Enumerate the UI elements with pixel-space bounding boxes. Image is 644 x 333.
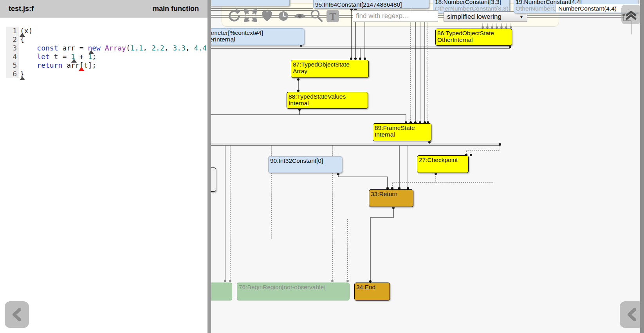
graph-node-76[interactable]: 76:BeginRegion[not-observable] <box>237 283 350 301</box>
node-label: 34:End <box>356 284 375 290</box>
node-label: 86:TypedObjectState <box>437 30 494 36</box>
code-line-5[interactable]: 5 return arr[t]; <box>6 61 207 70</box>
code-line-2[interactable]: 2{ <box>6 35 207 44</box>
hide-unselected-icon[interactable] <box>292 7 308 24</box>
position-marker <box>20 33 25 37</box>
position-marker <box>20 76 25 80</box>
source-panel: test.js:f main function 1(x)2{3 const ar… <box>0 0 207 333</box>
source-header: test.js:f main function <box>0 0 207 18</box>
node-label: 88:TypedStateValues <box>289 93 346 100</box>
relayout-icon[interactable] <box>226 7 242 24</box>
toggle-types-icon[interactable]: T <box>325 7 341 24</box>
node-type: OtherInternal <box>200 36 302 43</box>
graph-node-33[interactable]: 33:Return <box>369 189 413 207</box>
panel-divider[interactable] <box>207 0 211 333</box>
show-all-nodes-icon[interactable] <box>259 7 275 24</box>
node-type: Internal <box>375 131 429 138</box>
graph-node-90[interactable]: 90:Int32Constant[0] <box>268 156 342 173</box>
node-label: 76:BeginRegion[not-observable] <box>239 284 325 290</box>
node-type: OtherInternal <box>437 36 510 43</box>
phase-select-label: simplified lowering <box>447 13 501 21</box>
node-type: Array <box>293 68 367 74</box>
graph-node-parameter[interactable]: Parameter[%context#4]OtherInternal <box>198 28 304 45</box>
toolbar-icons: T <box>226 7 341 24</box>
svg-text:T: T <box>329 11 336 22</box>
chevron-left-icon <box>10 307 23 322</box>
node-label: 89:FrameState <box>375 124 415 131</box>
source-title: test.js:f <box>9 5 34 13</box>
node-label: 90:Int32Constant[0] <box>270 157 323 164</box>
graph-node-88[interactable]: 88:TypedStateValuesInternal <box>287 92 368 109</box>
node-label: 33:Return <box>371 191 397 197</box>
chevron-left-icon <box>625 307 639 322</box>
expand-graph-icon[interactable] <box>243 7 258 24</box>
line-number: 6 <box>6 70 19 78</box>
line-number: 3 <box>6 44 19 52</box>
position-marker <box>88 50 94 54</box>
expand-top-right-button[interactable] <box>621 5 641 24</box>
turbolizer-app: 95:Int64Constant[21474836480]18:NumberCo… <box>0 0 644 333</box>
graph-node-34[interactable]: 34:End <box>354 283 390 301</box>
code-line-4[interactable]: 4 let t = 1 + 1; <box>6 52 207 61</box>
source-subtitle: main function <box>153 5 199 13</box>
graph-node-86[interactable]: 86:TypedObjectStateOtherInternal <box>435 29 512 46</box>
current-position-marker <box>79 67 84 71</box>
graph-node-27[interactable]: 27:Checkpoint <box>417 155 469 173</box>
node-label: 87:TypedObjectState <box>293 61 350 68</box>
double-chevron-up-icon <box>623 7 639 22</box>
zoom-selection-icon[interactable] <box>308 7 324 24</box>
line-number: 5 <box>6 61 19 70</box>
hide-dead-nodes-icon[interactable] <box>276 7 291 24</box>
line-number: 1 <box>6 27 19 35</box>
code-line-6[interactable]: 6} <box>6 70 207 78</box>
node-type: Internal <box>289 100 366 106</box>
line-number: 2 <box>6 35 19 44</box>
line-number: 4 <box>6 52 19 61</box>
graph-node-89[interactable]: 89:FrameStateInternal <box>373 123 431 141</box>
right-scroll-strip[interactable] <box>640 0 644 333</box>
graph-node-87[interactable]: 87:TypedObjectStateArray <box>291 60 369 78</box>
collapse-left-panel-button[interactable] <box>5 301 29 328</box>
line-content: return arr[t]; <box>19 61 96 70</box>
position-marker <box>71 59 77 63</box>
source-code: 1(x)2{3 const arr = new Array(1.1, 2.2, … <box>6 27 207 78</box>
chevron-down-icon: ▼ <box>519 14 524 20</box>
search-input[interactable] <box>353 10 438 22</box>
line-content: const arr = new Array(1.1, 2.2, 3.3, 4.4… <box>19 44 207 52</box>
code-line-1[interactable]: 1(x) <box>6 27 207 35</box>
node-type: OtherNumberConstant(3.3) <box>435 5 508 12</box>
code-line-3[interactable]: 3 const arr = new Array(1.1, 2.2, 3.3, 4… <box>6 44 207 52</box>
node-label: 18:NumberConstant[3.3] <box>435 0 501 5</box>
line-content: let t = 1 + 1; <box>19 52 96 61</box>
node-label: 27:Checkpoint <box>419 157 458 163</box>
